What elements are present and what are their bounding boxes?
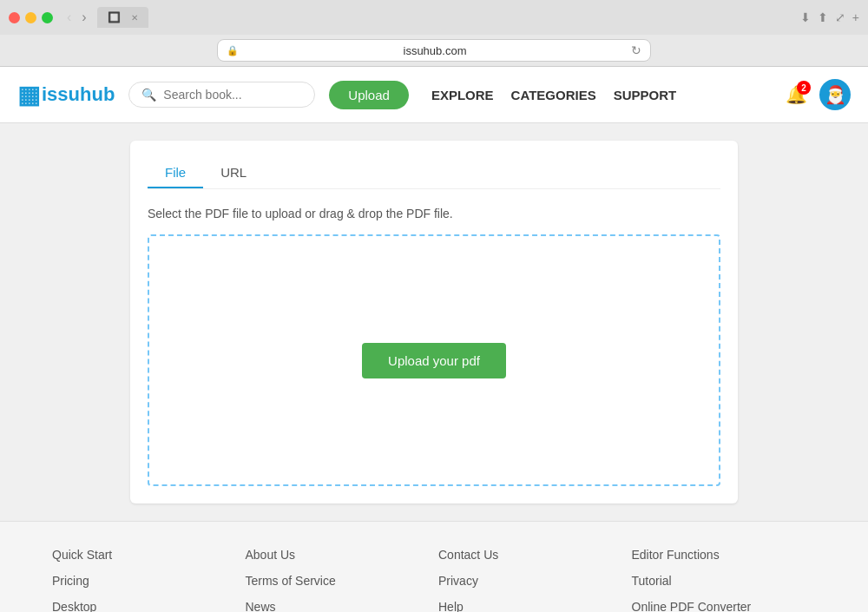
tab-icon: 🔲 — [108, 11, 121, 23]
browser-chrome: ‹ › 🔲 ✕ ⬇ ⬆ ⤢ + 🔒 issuhub.com ↻ — [0, 0, 868, 67]
footer-link-help[interactable]: Help — [438, 600, 623, 612]
header-right: 🔔 2 🎅 — [786, 79, 851, 110]
logo-text: issuhub — [42, 83, 115, 106]
footer-link-privacy[interactable]: Privacy — [438, 574, 623, 588]
upload-pdf-button[interactable]: Upload your pdf — [362, 343, 506, 378]
forward-button[interactable]: › — [78, 8, 89, 27]
notification-badge: 2 — [797, 81, 811, 95]
footer-grid: Quick Start Pricing Desktop About Us Ter… — [52, 548, 816, 612]
titlebar: ‹ › 🔲 ✕ ⬇ ⬆ ⤢ + — [0, 0, 868, 35]
url-text: issuhub.com — [244, 44, 626, 57]
browser-tab[interactable]: 🔲 ✕ — [97, 7, 148, 28]
fullscreen-button[interactable]: ⤢ — [835, 10, 845, 24]
footer-link-pdf-converter[interactable]: Online PDF Converter — [632, 600, 817, 612]
footer-link-tos[interactable]: Terms of Service — [246, 574, 431, 588]
window-controls — [9, 12, 53, 23]
upload-button[interactable]: Upload — [329, 81, 409, 109]
back-button[interactable]: ‹ — [63, 8, 75, 27]
toolbar-right: ⬇ ⬆ ⤢ + — [800, 10, 859, 24]
tab-close-icon[interactable]: ✕ — [131, 13, 138, 23]
nav-explore[interactable]: EXPLORE — [431, 88, 494, 102]
footer-link-contact[interactable]: Contact Us — [438, 548, 623, 562]
lock-icon: 🔒 — [227, 45, 239, 56]
footer-link-quickstart[interactable]: Quick Start — [52, 548, 237, 562]
address-bar[interactable]: 🔒 issuhub.com ↻ — [217, 39, 651, 62]
nav-categories[interactable]: CATEGORIES — [511, 88, 596, 102]
avatar[interactable]: 🎅 — [819, 79, 851, 110]
footer-col-1: Quick Start Pricing Desktop — [52, 548, 237, 612]
footer-link-about[interactable]: About Us — [246, 548, 431, 562]
upload-instruction: Select the PDF file to upload or drag & … — [148, 207, 720, 220]
tab-bar: 🔲 ✕ — [97, 7, 148, 28]
footer-link-editor[interactable]: Editor Functions — [632, 548, 817, 562]
footer-link-tutorial[interactable]: Tutorial — [632, 574, 817, 588]
nav-support[interactable]: SUPPORT — [614, 88, 677, 102]
nav-links: EXPLORE CATEGORIES SUPPORT — [431, 88, 676, 102]
footer-col-3: Contact Us Privacy Help — [438, 548, 623, 612]
footer-link-pricing[interactable]: Pricing — [52, 574, 237, 588]
drop-zone[interactable]: Upload your pdf — [148, 234, 720, 486]
app-header: ▦ issuhub 🔍 Upload EXPLORE CATEGORIES SU… — [0, 67, 868, 123]
footer: Quick Start Pricing Desktop About Us Ter… — [0, 521, 868, 612]
tab-file[interactable]: File — [148, 158, 203, 188]
download-button[interactable]: ⬇ — [800, 10, 811, 24]
search-icon: 🔍 — [141, 88, 156, 102]
minimize-window-button[interactable] — [25, 12, 36, 23]
maximize-window-button[interactable] — [42, 12, 53, 23]
nav-arrows: ‹ › — [63, 8, 90, 27]
search-input[interactable] — [163, 88, 302, 102]
reload-button[interactable]: ↻ — [631, 43, 641, 57]
footer-link-desktop[interactable]: Desktop — [52, 600, 237, 612]
tab-url[interactable]: URL — [203, 158, 264, 188]
logo-icon: ▦ — [17, 81, 38, 109]
main-content: File URL Select the PDF file to upload o… — [0, 123, 868, 521]
footer-col-2: About Us Terms of Service News — [246, 548, 431, 612]
logo[interactable]: ▦ issuhub — [17, 81, 115, 109]
notifications-button[interactable]: 🔔 2 — [786, 84, 807, 105]
add-tab-button[interactable]: + — [852, 10, 859, 24]
share-button[interactable]: ⬆ — [818, 10, 828, 24]
search-bar[interactable]: 🔍 — [128, 82, 315, 108]
footer-col-4: Editor Functions Tutorial Online PDF Con… — [632, 548, 817, 612]
upload-card: File URL Select the PDF file to upload o… — [130, 141, 738, 503]
close-window-button[interactable] — [9, 12, 20, 23]
footer-link-news[interactable]: News — [246, 600, 431, 612]
address-bar-row: 🔒 issuhub.com ↻ — [0, 35, 868, 66]
upload-tab-row: File URL — [148, 158, 720, 189]
